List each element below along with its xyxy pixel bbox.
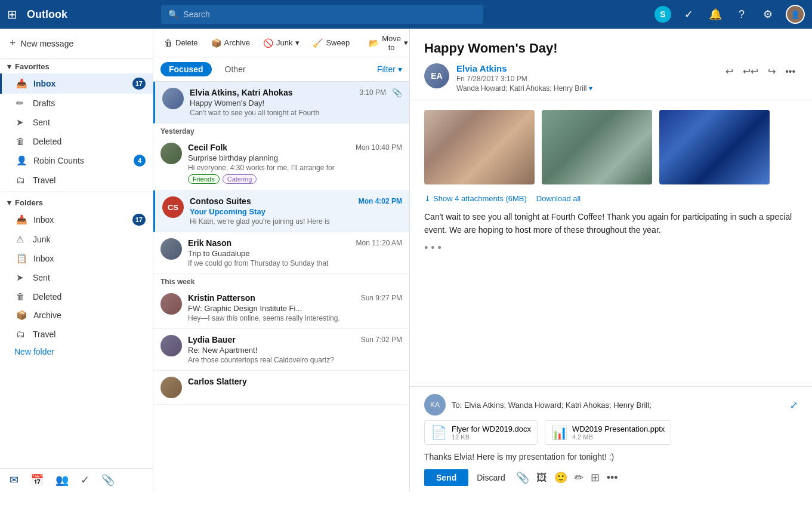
- delete-button[interactable]: 🗑 Delete: [158, 36, 204, 50]
- tab-focused[interactable]: Focused: [160, 62, 212, 76]
- download-all-link[interactable]: Download all: [536, 194, 581, 203]
- reply-button[interactable]: ↩: [723, 63, 736, 79]
- reading-date: Fri 7/28/2017 3:10 PM: [456, 75, 716, 83]
- sidebar-item-sent[interactable]: ➤ Sent: [0, 113, 153, 132]
- email-item-cecil[interactable]: Cecil Folk Mon 10:40 PM Surprise birthda…: [153, 137, 409, 190]
- attachment-image-2[interactable]: [542, 110, 652, 184]
- section-thisweek: This week: [153, 274, 409, 287]
- sidebar-item-deleted[interactable]: 🗑 Deleted: [0, 132, 153, 150]
- filter-button[interactable]: Filter ▾: [377, 64, 402, 74]
- person-icon: 👤: [16, 155, 27, 166]
- new-message-button[interactable]: + New message: [7, 33, 146, 53]
- bell-icon[interactable]: 🔔: [707, 6, 724, 23]
- email-item-kristin[interactable]: Kristin Patterson Sun 9:27 PM FW: Graphi…: [153, 287, 409, 329]
- reading-ellipsis[interactable]: • • •: [424, 242, 798, 254]
- help-icon[interactable]: ?: [733, 6, 750, 23]
- expand-compose-button[interactable]: ⤢: [790, 399, 798, 411]
- reply-avatar: KA: [424, 394, 446, 416]
- more-compose-icon[interactable]: •••: [604, 469, 620, 487]
- tasks-nav-icon[interactable]: ✓: [81, 473, 89, 487]
- email-item-erik[interactable]: Erik Nason Mon 11:20 AM Trip to Guadalup…: [153, 232, 409, 274]
- powerpoint-icon: 📊: [551, 425, 567, 441]
- sidebar-item-junk[interactable]: ⚠ Junk: [0, 230, 153, 249]
- search-icon: 🔍: [168, 10, 178, 19]
- sidebar-item-archive[interactable]: 📦 Archive: [0, 306, 153, 325]
- folders-inbox-badge: 17: [132, 214, 146, 226]
- sidebar: + New message ▾ Favorites 📥 Inbox 17 ✏ D…: [0, 29, 153, 491]
- tab-other[interactable]: Other: [217, 62, 254, 76]
- section-yesterday: Yesterday: [153, 124, 409, 137]
- sidebar-item-folders-inbox[interactable]: 📥 Inbox 17: [0, 210, 153, 230]
- sidebar-item-drafts[interactable]: ✏ Drafts: [0, 94, 153, 113]
- mail-nav-icon[interactable]: ✉: [10, 473, 18, 487]
- email-preview-contoso: Hi Katri, we're glad you're joining us! …: [190, 217, 402, 226]
- image-icon[interactable]: 🖼: [534, 469, 549, 487]
- junk-button[interactable]: 🚫 Junk ▾: [257, 36, 305, 50]
- reading-header: Happy Women's Day! EA Elvia Atkins Fri 7…: [410, 29, 812, 100]
- email-item-contoso[interactable]: CS Contoso Suites Mon 4:02 PM Your Upcom…: [153, 190, 409, 232]
- email-preview-elvia: Can't wait to see you all tonight at Fou…: [190, 109, 386, 117]
- reply-all-button[interactable]: ↩↩: [740, 63, 761, 79]
- search-bar[interactable]: 🔍: [161, 5, 483, 24]
- sidebar-item-robin[interactable]: 👤 Robin Counts 4: [0, 150, 153, 171]
- people-nav-icon[interactable]: 👥: [55, 473, 69, 487]
- avatar-erik: [160, 238, 182, 260]
- email-tags-cecil: Friends Catering: [188, 174, 402, 184]
- plus-icon: +: [10, 37, 16, 50]
- search-input[interactable]: [183, 10, 476, 19]
- sidebar-item-folders-sent[interactable]: ➤ Sent: [0, 268, 153, 287]
- attachment-image-3[interactable]: [659, 110, 770, 184]
- skype-icon[interactable]: S: [654, 6, 671, 23]
- recipients-chevron-icon[interactable]: ▾: [589, 84, 592, 93]
- email-item-carlos[interactable]: Carlos Slattery: [153, 371, 409, 405]
- show-attachments-link[interactable]: ⤓ Show 4 attachments (6MB): [424, 194, 527, 203]
- check-icon[interactable]: ✓: [681, 6, 697, 23]
- reply-attachment-word-name: Flyer for WD2019.docx: [452, 424, 531, 433]
- more-actions-button[interactable]: •••: [783, 64, 798, 79]
- email-content-lydia: Lydia Bauer Sun 7:02 PM Re: New Apartmen…: [188, 335, 402, 364]
- attach-icon[interactable]: 📎: [514, 469, 532, 487]
- sidebar-item-travel[interactable]: 🗂 Travel: [0, 325, 153, 343]
- email-time-kristin: Sun 9:27 PM: [361, 294, 402, 302]
- calendar-nav-icon[interactable]: 📅: [30, 473, 44, 487]
- archive-button[interactable]: 📦 Archive: [205, 36, 256, 50]
- new-message-label: New message: [21, 39, 74, 48]
- email-time-contoso: Mon 4:02 PM: [359, 197, 402, 205]
- reply-to-field[interactable]: To: Elvia Atkins; Wanda Howard; Katri Ah…: [452, 401, 784, 410]
- sidebar-item-inbox[interactable]: 📥 Inbox 17: [0, 73, 153, 94]
- emoji-icon[interactable]: 🙂: [552, 469, 570, 487]
- email-time-cecil: Mon 10:40 PM: [356, 143, 402, 152]
- reading-body: ⤓ Show 4 attachments (6MB) Download all …: [410, 100, 812, 386]
- draw-icon[interactable]: ✏: [572, 469, 586, 487]
- email-header-lydia: Lydia Bauer Sun 7:02 PM: [188, 335, 402, 344]
- sweep-button[interactable]: 🧹 Sweep: [307, 36, 356, 50]
- new-folder-link[interactable]: New folder: [0, 343, 153, 360]
- chevron-down-icon2: ▾: [7, 198, 11, 207]
- sidebar-item-folders-inbox2[interactable]: 📋 Inbox: [0, 249, 153, 268]
- reply-body-text[interactable]: Thanks Elvia! Here is my presentation fo…: [424, 450, 798, 464]
- attachment-image-1[interactable]: [424, 110, 535, 184]
- sidebar-item-folders-deleted[interactable]: 🗑 Deleted: [0, 287, 153, 306]
- email-item-lydia[interactable]: Lydia Bauer Sun 7:02 PM Re: New Apartmen…: [153, 329, 409, 371]
- reading-pane: Happy Women's Day! EA Elvia Atkins Fri 7…: [410, 29, 812, 491]
- favorites-section[interactable]: ▾ Favorites: [0, 59, 153, 73]
- reply-attachment-ppt-name: WD2019 Presentation.pptx: [572, 424, 665, 433]
- send-button[interactable]: Send: [424, 469, 468, 486]
- attachments-nav-icon[interactable]: 📎: [101, 473, 115, 487]
- email-preview-kristin: Hey—I saw this online, seems really inte…: [188, 314, 402, 322]
- waffle-icon[interactable]: ⊞: [7, 7, 17, 21]
- archive-icon: 📦: [16, 310, 27, 321]
- table-icon[interactable]: ⊞: [588, 469, 602, 487]
- user-avatar[interactable]: 👤: [786, 5, 805, 24]
- discard-button[interactable]: Discard: [471, 469, 511, 486]
- folders-section[interactable]: ▾ Folders: [0, 195, 153, 210]
- email-item-elvia[interactable]: Elvia Atkins, Katri Ahokas 3:10 PM Happy…: [153, 82, 409, 124]
- settings-icon[interactable]: ⚙: [759, 6, 776, 23]
- email-content-cecil: Cecil Folk Mon 10:40 PM Surprise birthda…: [188, 143, 402, 184]
- reply-attachment-ppt[interactable]: 📊 WD2019 Presentation.pptx 4.2 MB: [545, 420, 671, 445]
- email-preview-lydia: Are those countertops real Caldoveiro qu…: [188, 356, 402, 364]
- reply-attachment-word[interactable]: 📄 Flyer for WD2019.docx 12 KB: [424, 420, 538, 445]
- sidebar-item-travel-fav[interactable]: 🗂 Travel: [0, 171, 153, 189]
- forward-button[interactable]: ↪: [765, 63, 778, 79]
- moveto-button[interactable]: 📂 Move to ▾: [363, 32, 414, 54]
